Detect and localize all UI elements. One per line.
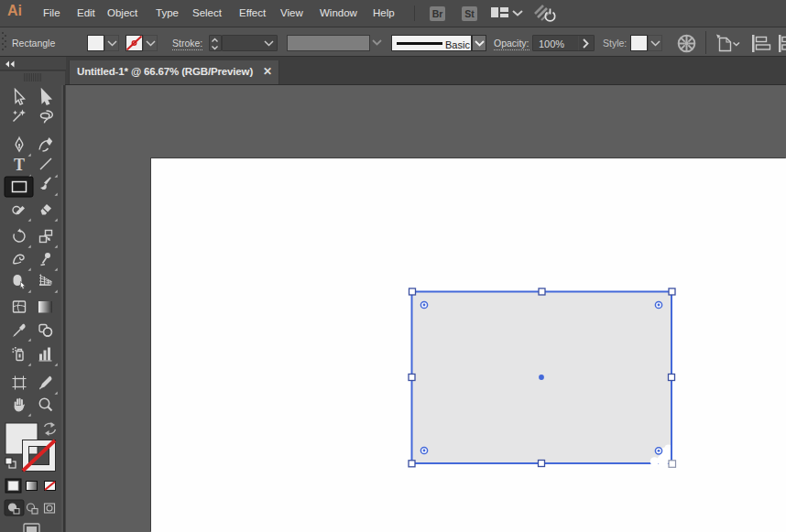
svg-text:T: T (14, 156, 25, 174)
